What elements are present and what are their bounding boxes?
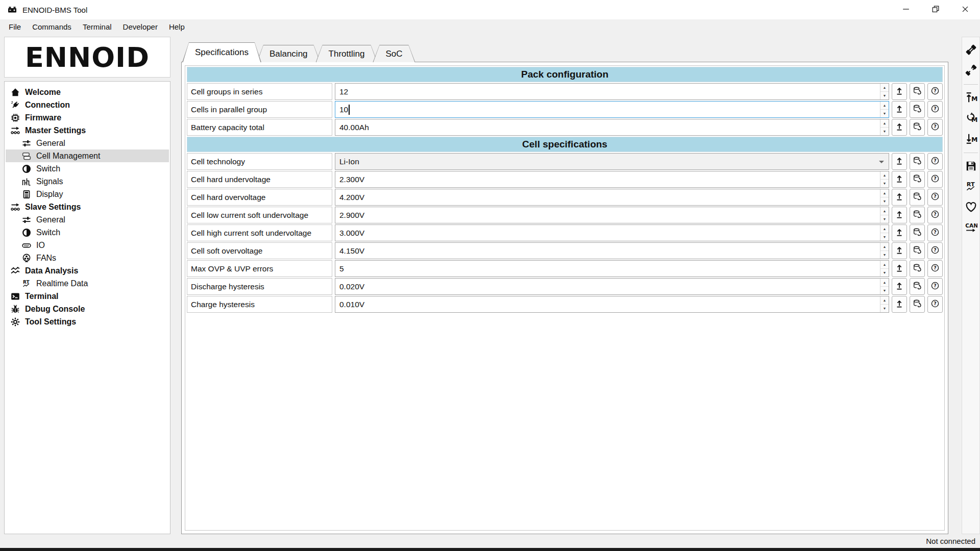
spin-up-button[interactable] [880,261,889,269]
upload-button[interactable] [892,189,907,206]
help-button[interactable] [927,83,943,100]
upload-button[interactable] [892,207,907,223]
help-button[interactable] [927,101,943,118]
help-button[interactable] [927,296,943,313]
upload-button[interactable] [892,171,907,188]
spin-down-button[interactable] [880,92,889,99]
window-button-close[interactable] [950,0,980,19]
menu-developer[interactable]: Developer [117,20,163,33]
spin-down-button[interactable] [880,269,889,277]
sidebar-item-debug-console[interactable]: Debug Console [6,303,169,315]
spin-down-button[interactable] [880,180,889,187]
sidebar-item-switch[interactable]: Switch [6,162,169,175]
window-button-restore[interactable] [921,0,950,19]
sidebar-item-welcome[interactable]: Welcome [6,86,169,98]
spin-down-button[interactable] [880,197,889,205]
sidebar-item-io[interactable]: IO [6,239,169,252]
field-input-cell-soft-overvoltage[interactable]: 4.150V [335,242,889,259]
db-refresh-button[interactable] [910,260,925,277]
field-input-cell-groups-in-series[interactable]: 12 [335,83,889,100]
menu-commands[interactable]: Commands [27,20,77,33]
help-button[interactable] [927,224,943,241]
sidebar-item-firmware[interactable]: Firmware [6,111,169,124]
toolbar-button-heart[interactable] [964,201,978,214]
toolbar-button-save[interactable] [964,160,978,173]
db-refresh-button[interactable] [910,242,925,259]
window-button-minimize[interactable] [891,0,921,19]
spin-down-button[interactable] [880,305,889,312]
help-button[interactable] [927,207,943,223]
upload-button[interactable] [892,101,907,118]
spin-up-button[interactable] [880,189,889,197]
spin-down-button[interactable] [880,215,889,223]
spin-up-button[interactable] [880,171,889,180]
upload-button[interactable] [892,119,907,136]
db-refresh-button[interactable] [910,119,925,136]
spin-up-button[interactable] [880,279,889,287]
spin-down-button[interactable] [880,128,889,135]
help-button[interactable] [927,278,943,295]
sidebar-item-master-settings[interactable]: Master Settings [6,124,169,137]
sidebar-item-switch[interactable]: Switch [6,226,169,239]
spin-up-button[interactable] [880,225,889,233]
toolbar-button-download-m[interactable] [964,132,978,146]
field-input-cell-hard-undervoltage[interactable]: 2.300V [335,171,889,188]
upload-button[interactable] [892,242,907,259]
upload-button[interactable] [892,83,907,100]
field-input-cell-technology[interactable]: Li-Ion [335,153,889,170]
help-button[interactable] [927,119,943,136]
field-input-cell-high-current-soft-undervoltage[interactable]: 3.000V [335,224,889,241]
sidebar-item-cell-management[interactable]: Cell Management [6,149,169,162]
sidebar-item-data-analysis[interactable]: Data Analysis [6,264,169,277]
spin-down-button[interactable] [880,233,889,241]
help-button[interactable] [927,171,943,188]
upload-button[interactable] [892,296,907,313]
tab-balancing[interactable]: Balancing [257,45,321,62]
spin-up-button[interactable] [880,119,889,128]
field-input-max-ovp-uvp-errors[interactable]: 5 [335,260,889,277]
sidebar-item-general[interactable]: General [6,137,169,149]
spin-down-button[interactable] [880,110,889,117]
tab-soc[interactable]: SoC [373,45,415,62]
sidebar-item-slave-settings[interactable]: Slave Settings [6,201,169,213]
menu-help[interactable]: Help [163,20,190,33]
sidebar-item-connection[interactable]: Connection [6,98,169,111]
field-input-discharge-hysteresis[interactable]: 0.020V [335,278,889,295]
sidebar-item-realtime-data[interactable]: Realtime Data [6,277,169,290]
db-refresh-button[interactable] [910,83,925,100]
db-refresh-button[interactable] [910,296,925,313]
upload-button[interactable] [892,224,907,241]
help-button[interactable] [927,189,943,206]
db-refresh-button[interactable] [910,171,925,188]
help-button[interactable] [927,242,943,259]
upload-button[interactable] [892,260,907,277]
db-refresh-button[interactable] [910,278,925,295]
db-refresh-button[interactable] [910,153,925,170]
sidebar-item-fans[interactable]: FANs [6,252,169,264]
sidebar-item-general[interactable]: General [6,213,169,226]
db-refresh-button[interactable] [910,101,925,118]
spin-up-button[interactable] [880,207,889,215]
sidebar-item-display[interactable]: Display [6,188,169,201]
field-input-cell-low-current-soft-undervoltage[interactable]: 2.900V [335,207,889,223]
tab-specifications[interactable]: Specifications [182,42,261,62]
tab-throttling[interactable]: Throttling [316,45,378,62]
field-input-cells-in-parallel-group[interactable]: 10 [335,101,889,118]
db-refresh-button[interactable] [910,189,925,206]
toolbar-button-rt[interactable] [964,180,978,194]
field-input-cell-hard-overvoltage[interactable]: 4.200V [335,189,889,206]
spin-up-button[interactable] [880,296,889,305]
spin-down-button[interactable] [880,287,889,294]
field-input-charge-hysteresis[interactable]: 0.010V [335,296,889,313]
toolbar-button-can[interactable] [964,221,978,235]
menu-file[interactable]: File [3,20,27,33]
toolbar-button-upload-m[interactable] [964,91,978,105]
sidebar-item-tool-settings[interactable]: Tool Settings [6,315,169,328]
help-button[interactable] [927,153,943,170]
spin-up-button[interactable] [880,243,889,251]
spin-up-button[interactable] [880,84,889,92]
sidebar-item-signals[interactable]: Signals [6,175,169,188]
help-button[interactable] [927,260,943,277]
upload-button[interactable] [892,278,907,295]
toolbar-button-plug-connect[interactable] [964,43,978,57]
